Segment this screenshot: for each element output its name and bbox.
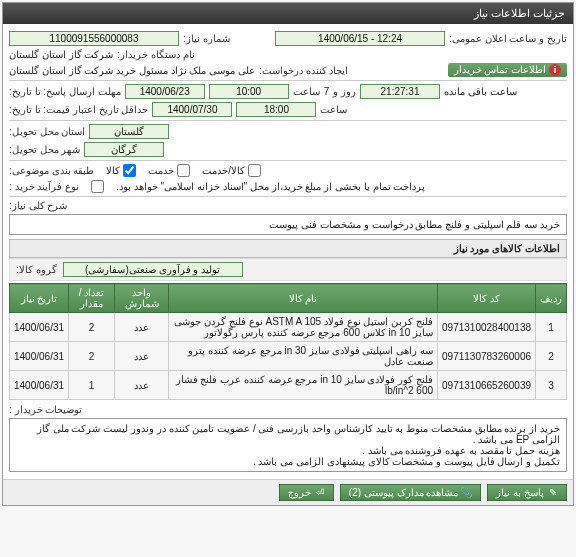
table-row: 3 0971310665260039 فلنج کور فولادی سایز … — [10, 371, 567, 400]
day-label: روز و — [333, 86, 356, 97]
remaining-text: ساعت باقی مانده — [444, 86, 517, 97]
th-code: کد کالا — [438, 284, 536, 313]
cb-service[interactable] — [177, 164, 190, 177]
cb-service-label[interactable]: خدمت — [148, 164, 190, 177]
bottom-bar: ✎ پاسخ به نیاز 📎 مشاهده مدارک پیوستی (2)… — [3, 479, 573, 505]
exit-button[interactable]: ⏎ خروج — [279, 484, 334, 501]
contact-label: اطلاعات تماس خریدار — [454, 64, 547, 75]
reply-deadline-label: مهلت ارسال پاسخ: تا تاریخ: — [9, 86, 121, 97]
exit-icon: ⏎ — [315, 488, 325, 498]
items-header: اطلاعات کالاهای مورد نیاز — [9, 239, 567, 258]
city-label: شهر محل تحویل: — [9, 144, 80, 155]
valid-time: 18:00 — [236, 102, 316, 117]
process-note: پرداخت تمام یا بخشی از مبلغ خرید،از محل … — [116, 181, 425, 192]
province-label: استان محل تحویل: — [9, 126, 85, 137]
cb-goods[interactable] — [123, 164, 136, 177]
days-left: 7 — [324, 86, 330, 97]
group-value: تولید و فرآوری صنعتی(سفارشی) — [63, 262, 243, 277]
table-row: 2 0971130783260006 سه راهی اسپلیتی فولاد… — [10, 342, 567, 371]
countdown-value: 21:27:31 — [360, 84, 440, 99]
classify-label: طبقه بندی موضوعی: — [9, 165, 94, 176]
buyer-note-label: توضیحات خریدار : — [9, 404, 82, 415]
cb-both[interactable] — [248, 164, 261, 177]
reply-icon: ✎ — [548, 488, 558, 498]
th-unit: واحد شمارش — [115, 284, 169, 313]
th-date: تاریخ نیاز — [10, 284, 69, 313]
form-section: تاریخ و ساعت اعلان عمومی: 1400/06/15 - 1… — [3, 24, 573, 479]
clip-icon: 📎 — [462, 488, 472, 498]
th-name: نام کالا — [168, 284, 437, 313]
process-label: نوع فرآیند خرید : — [9, 181, 79, 192]
announce-label: تاریخ و ساعت اعلان عمومی: — [449, 33, 567, 44]
contact-button[interactable]: i اطلاعات تماس خریدار — [448, 63, 567, 77]
announce-value: 1400/06/15 - 12:24 — [275, 31, 445, 46]
need-no-value: 1100091556000083 — [9, 31, 179, 46]
reply-button[interactable]: ✎ پاسخ به نیاز — [487, 484, 567, 501]
buyer-org-value: شرکت گاز استان گلستان — [9, 49, 113, 60]
province-value: گلستان — [89, 124, 169, 139]
th-qty: تعداد / مقدار — [69, 284, 115, 313]
valid-date: 1400/07/30 — [152, 102, 232, 117]
panel-title: جزئیات اطلاعات نیاز — [3, 3, 573, 24]
cb-process[interactable] — [91, 180, 104, 193]
attachments-button[interactable]: 📎 مشاهده مدارک پیوستی (2) — [340, 484, 482, 501]
need-no-label: شماره نیاز: — [183, 33, 230, 44]
city-value: گرگان — [84, 142, 164, 157]
th-row: ردیف — [536, 284, 567, 313]
items-table: ردیف کد کالا نام کالا واحد شمارش تعداد /… — [9, 283, 567, 400]
buyer-note: خرید از برنده مطابق مشخصات منوط به تایید… — [9, 418, 567, 472]
info-icon: i — [549, 64, 561, 76]
reply-time: 10:00 — [209, 84, 289, 99]
cb-goods-label[interactable]: کالا — [106, 164, 136, 177]
cb-both-label[interactable]: کالا/خدمت — [202, 164, 261, 177]
valid-label: حداقل تاریخ اعتبار قیمت: تا تاریخ: — [9, 104, 148, 115]
time-label-2: ساعت — [320, 104, 347, 115]
cb-process-label[interactable] — [91, 180, 104, 193]
table-row: 1 0971310028400138 فلنج کربن استیل نوع ف… — [10, 313, 567, 342]
group-label: گروه کالا: — [16, 264, 57, 275]
time-label-1: ساعت — [293, 86, 320, 97]
reply-date: 1400/06/23 — [125, 84, 205, 99]
creator-value: علی موسی ملک نژاد مسئول خرید شرکت گاز اس… — [9, 65, 255, 76]
creator-label: ایجاد کننده درخواست: — [259, 65, 348, 76]
desc-text: خرید سه قلم اسپلیتی و فلنچ مطابق درخواست… — [9, 214, 567, 235]
buyer-org-label: نام دستگاه خریدار: — [117, 49, 194, 60]
desc-label: شرح کلی نیاز: — [9, 200, 67, 211]
details-panel: جزئیات اطلاعات نیاز تاریخ و ساعت اعلان ع… — [2, 2, 574, 506]
